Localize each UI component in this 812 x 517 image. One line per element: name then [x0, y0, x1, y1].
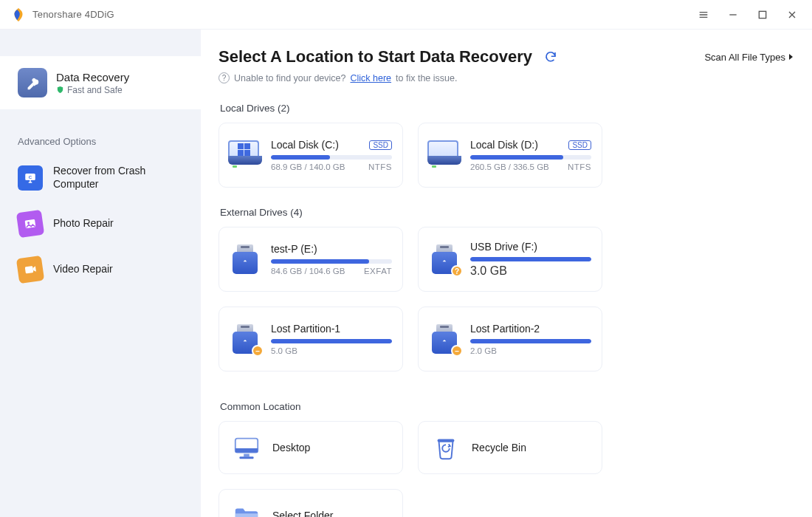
tools-icon: [18, 68, 47, 97]
folder-icon: [230, 501, 264, 517]
drive-card-local-d[interactable]: Local Disk (D:) SSD 260.5 GB / 336.5 GB …: [418, 123, 602, 188]
drive-card-external-e[interactable]: test-P (E:) 84.6 GB / 104.6 GB EXFAT: [219, 227, 403, 292]
drive-size: 5.0 GB: [271, 346, 392, 355]
drive-name: Local Disk (D:): [470, 139, 538, 151]
menu-icon[interactable]: [694, 5, 713, 24]
drive-card-local-c[interactable]: Local Disk (C:) SSD 68.9 GB / 140.0 GB N…: [219, 123, 403, 188]
help-icon: ?: [219, 72, 230, 83]
drive-size: 2.0 GB: [470, 346, 591, 355]
sidebar-item-label: Photo Repair: [53, 217, 114, 230]
capacity-bar: [470, 155, 591, 160]
sidebar: Data Recovery Fast and Safe Advanced Opt…: [0, 30, 201, 517]
svg-rect-9: [240, 456, 254, 459]
usb-icon: [228, 244, 262, 274]
sidebar-item-photo-repair[interactable]: Photo Repair: [0, 201, 201, 247]
capacity-bar: [271, 155, 392, 160]
svg-rect-0: [759, 11, 765, 18]
section-label-external: External Drives (4): [220, 207, 794, 218]
hdd-icon: [228, 140, 262, 170]
ssd-badge: SSD: [568, 140, 591, 150]
svg-rect-8: [244, 454, 250, 457]
ssd-badge: SSD: [369, 140, 392, 150]
usb-icon: –: [427, 324, 461, 354]
svg-rect-5: [25, 266, 34, 273]
advanced-options-label: Advanced Options: [0, 136, 201, 154]
drive-name: test-P (E:): [271, 243, 317, 255]
chevron-right-icon: [788, 53, 794, 61]
warning-badge-icon: –: [451, 345, 463, 357]
sidebar-item-label: Recover from Crash Computer: [53, 165, 164, 191]
main-panel: Select A Location to Start Data Recovery…: [201, 30, 812, 517]
monitor-icon: C: [18, 165, 43, 191]
usb-icon: ?: [427, 244, 461, 274]
common-name: Desktop: [272, 442, 310, 453]
warning-badge-icon: –: [252, 345, 264, 357]
drive-name: Lost Partition-2: [470, 323, 540, 335]
close-icon[interactable]: [782, 5, 802, 24]
shield-check-icon: [56, 86, 64, 94]
drive-name: USB Drive (F:): [470, 241, 537, 253]
sidebar-primary-title: Data Recovery: [56, 71, 129, 83]
drive-filesystem: NTFS: [568, 162, 591, 171]
title-bar: Tenorshare 4DDiG: [0, 0, 812, 30]
sidebar-item-label: Video Repair: [53, 263, 113, 276]
minimize-icon[interactable]: [723, 5, 743, 24]
drive-filesystem: EXFAT: [364, 267, 392, 275]
desktop-icon: [230, 433, 264, 462]
svg-rect-7: [235, 448, 258, 453]
drive-name: Lost Partition-1: [271, 323, 340, 335]
photo-icon: [16, 210, 44, 238]
svg-rect-10: [438, 439, 455, 442]
hdd-icon: [427, 140, 461, 170]
common-name: Select Folder: [272, 510, 333, 517]
capacity-bar: [470, 339, 591, 343]
video-icon: [16, 256, 44, 284]
capacity-bar: [470, 257, 591, 261]
drive-card-external-f[interactable]: ? USB Drive (F:) 3.0 GB: [418, 227, 602, 292]
warning-badge-icon: ?: [451, 265, 463, 277]
sidebar-primary-subtitle: Fast and Safe: [56, 85, 129, 95]
common-card-desktop[interactable]: Desktop: [219, 421, 403, 474]
drive-name: Local Disk (C:): [271, 139, 339, 151]
device-hint-link[interactable]: Click here: [350, 73, 391, 83]
drive-size: 84.6 GB / 104.6 GB: [271, 267, 345, 275]
drive-card-lost-2[interactable]: – Lost Partition-2 2.0 GB: [418, 307, 602, 372]
drive-size: 260.5 GB / 336.5 GB: [470, 162, 549, 171]
section-label-common: Common Location: [220, 401, 794, 412]
drive-filesystem: NTFS: [368, 162, 392, 171]
page-title: Select A Location to Start Data Recovery: [219, 47, 532, 66]
drive-card-lost-1[interactable]: – Lost Partition-1 5.0 GB: [219, 307, 403, 372]
drive-size: 3.0 GB: [470, 264, 591, 278]
capacity-bar: [271, 339, 392, 343]
capacity-bar: [271, 259, 392, 264]
refresh-button[interactable]: [540, 46, 562, 68]
usb-icon: –: [228, 324, 262, 354]
recycle-bin-icon: [429, 433, 463, 462]
device-hint: ? Unable to find your device? Click here…: [219, 72, 794, 83]
brand-logo-icon: [10, 7, 27, 23]
brand-name: Tenorshare 4DDiG: [32, 9, 114, 20]
svg-text:C: C: [29, 174, 32, 179]
sidebar-item-data-recovery[interactable]: Data Recovery Fast and Safe: [0, 56, 201, 109]
section-label-local: Local Drives (2): [220, 103, 794, 114]
drive-size: 68.9 GB / 140.0 GB: [271, 162, 345, 171]
maximize-icon[interactable]: [753, 5, 772, 24]
scan-file-types-dropdown[interactable]: Scan All File Types: [704, 52, 794, 63]
common-card-recycle[interactable]: Recycle Bin: [418, 421, 602, 474]
common-card-select-folder[interactable]: Select Folder: [219, 489, 403, 517]
common-name: Recycle Bin: [472, 442, 526, 453]
sidebar-item-video-repair[interactable]: Video Repair: [0, 247, 201, 292]
sidebar-item-crash-recovery[interactable]: C Recover from Crash Computer: [0, 154, 201, 201]
